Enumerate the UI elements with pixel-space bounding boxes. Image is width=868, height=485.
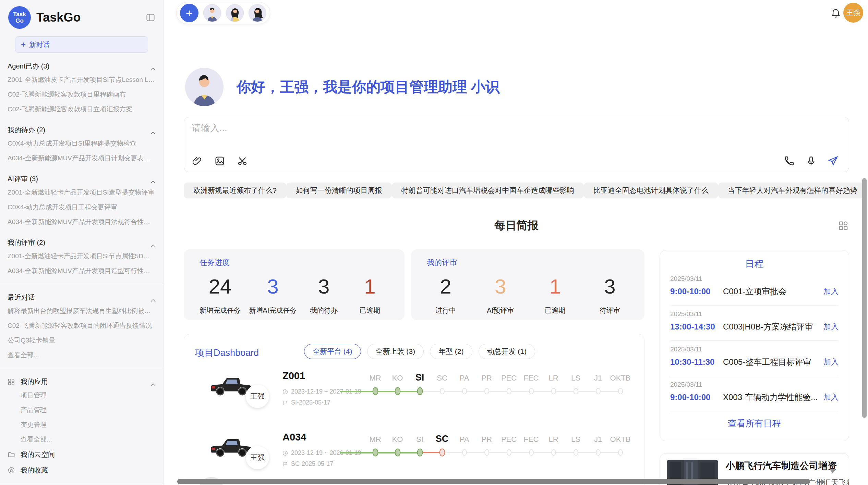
sidebar-section-header[interactable]: 我的评审 (2) [8,238,156,247]
milestone-label: LR [548,435,558,444]
stat-value: 3 [305,275,343,298]
sidebar-section-header[interactable]: AI评审 (3) [8,174,156,184]
suggestion-chip[interactable]: 比亚迪全固态电池计划具体说了什么 [584,183,718,198]
suggestion-chip[interactable]: 当下年轻人对汽车外观有怎样的喜好趋势 [718,183,867,198]
event-join-link[interactable]: 加入 [823,286,839,297]
horizontal-scrollbar[interactable] [177,479,810,484]
sidebar-item-change-mgmt[interactable]: 变更管理 [8,417,156,432]
stat: 3AI预评审 [482,275,519,315]
stat-label: 我的待办 [305,306,343,315]
milestone-dot [507,449,511,456]
sidebar-item[interactable]: A034-全新新能源MUV产品开发项目法规符合性评审 [8,214,156,229]
chevron-up-icon[interactable] [150,296,156,299]
add-agent-button[interactable]: + [180,4,198,22]
milestone-label: MR [369,435,381,444]
sidebar-section-header[interactable]: Agent已办 (3) [8,62,156,71]
sidebar-item[interactable]: C0X4-动力总成开发项目SI里程碑提交物检查 [8,136,156,151]
sidebar-item[interactable]: C02-飞腾新能源轻客改款项目里程碑画布 [8,87,156,102]
sidebar-item[interactable]: A034-全新新能源MUV产品开发项目造型可行性评审 [8,263,156,278]
sidebar-item-my-apps[interactable]: 我的应用 [8,377,156,386]
dashboard-tab[interactable]: 动总开发 (1) [479,344,535,359]
scissors-icon[interactable] [237,156,248,166]
chevron-up-icon[interactable] [150,128,156,132]
chevron-up-icon[interactable] [150,177,156,181]
milestone-label: OKTB [610,435,631,444]
notification-bell-icon[interactable] [830,8,842,20]
milestone-dot [417,387,423,395]
sidebar-item[interactable]: C02-飞腾新能源轻客改款项目的闭环通告反馈情况 [8,318,156,333]
suggestion-chips: 欧洲新规最近颁布了什么?如何写一份清晰的项目周报特朗普可能对进口汽车增税会对中国… [184,183,849,198]
greeting-block: 你好，王强，我是你的项目管理助理 小识 [185,68,500,106]
stat-value: 3 [249,275,297,298]
sidebar-item-cloud-space[interactable]: 我的云空间 [8,447,156,462]
milestone-label: KO [392,435,403,444]
new-chat-label: 新对话 [29,40,50,49]
chevron-up-icon[interactable] [150,380,156,383]
sidebar-item[interactable]: C02-飞腾新能源轻客改款项目立项汇报方案 [8,102,156,116]
sidebar-item-view-all-apps[interactable]: 查看全部... [8,432,156,447]
sidebar-item[interactable]: Z001-全新燃油轻卡产品开发项目SI节点属性5D文件评审 [8,249,156,263]
folder-icon [8,451,15,458]
event-time: 9:00-10:00 [670,287,723,296]
sidebar-item[interactable]: Z001-全新燃油轻卡产品开发项目SI造型提交物评审 [8,185,156,200]
new-chat-button[interactable]: + 新对话 [15,36,148,53]
event-join-link[interactable]: 加入 [823,392,839,402]
project-milestone-flag: SI-2025-05-17 [282,399,330,406]
vertical-scrollbar[interactable] [862,178,867,418]
microphone-icon[interactable] [806,156,817,166]
project-code[interactable]: Z001 [282,370,305,382]
sidebar-toggle-icon[interactable] [145,12,156,23]
sidebar-item[interactable]: C0X4-动力总成开发项目工程变更评审 [8,200,156,214]
milestone-label: PEC [501,374,517,383]
chat-input[interactable] [192,122,774,146]
stat-value: 1 [536,275,574,298]
sidebar-item[interactable]: 查看全部... [8,348,156,362]
milestone-dot [551,388,556,395]
phone-icon[interactable] [784,156,795,166]
sidebar-item[interactable]: Z001-全新燃油皮卡产品开发项目SI节点Lesson Learn报告 [8,72,156,87]
milestone-dot [462,388,467,395]
user-avatar[interactable]: 王强 [843,3,863,23]
sidebar-item[interactable]: A034-全新新能源MUV产品开发项目计划变更表编写 [8,151,156,165]
agent-avatar-2[interactable] [226,4,244,22]
milestone-label: FEC [524,374,539,383]
sidebar-section-title: 我的评审 (2) [8,238,45,247]
dashboard-tab[interactable]: 全新上装 (3) [367,344,424,359]
agent-avatar-1[interactable] [203,4,221,22]
sidebar-item[interactable]: 公司Q3轻卡销量 [8,333,156,348]
event-date: 2025/03/11 [670,381,839,388]
scroll-down-arrow-icon[interactable] [830,469,836,473]
chevron-up-icon[interactable] [150,241,156,244]
star-circle-icon [8,467,15,474]
stat-value: 3 [482,275,519,298]
sidebar-item[interactable]: 解释最新出台的欧盟报废车法规再生塑料比例被调至15%... [8,303,156,318]
stat-card-tasks: 任务进度 24新增完成任务3新增AI完成任务3我的待办1已逾期 [184,249,405,320]
image-icon[interactable] [214,156,225,166]
event-time: 13:00-14:30 [670,322,723,332]
event-join-link[interactable]: 加入 [823,357,839,367]
sidebar-item-product-mgmt[interactable]: 产品管理 [8,402,156,417]
project-code[interactable]: A034 [282,432,306,443]
milestone-dot [574,388,578,395]
sidebar-item-favorites[interactable]: 我的收藏 [8,462,156,478]
sidebar-item-project-mgmt[interactable]: 项目管理 [8,388,156,402]
sidebar-section-header[interactable]: 我的待办 (2) [8,125,156,135]
milestone-label: OKTB [610,374,631,383]
send-icon[interactable] [828,156,839,166]
agent-avatar-3[interactable] [249,4,266,22]
view-all-schedule-link[interactable]: 查看所有日程 [670,418,839,430]
suggestion-chip[interactable]: 如何写一份清晰的项目周报 [286,183,392,198]
suggestion-chip[interactable]: 欧洲新规最近颁布了什么? [184,183,286,198]
sidebar-section-title: 我的待办 (2) [8,125,45,135]
dashboard-tab[interactable]: 全新平台 (4) [304,344,361,359]
sidebar-section-header[interactable]: 最近对话 [8,293,156,302]
attach-icon[interactable] [192,156,203,166]
topbar-agents: + [176,2,270,24]
chevron-up-icon[interactable] [150,65,156,68]
suggestion-chip[interactable]: 特朗普可能对进口汽车增税会对中国车企造成哪些影响 [392,183,584,198]
scroll-right-arrow-icon[interactable] [821,479,825,485]
event-join-link[interactable]: 加入 [823,322,839,332]
briefing-layout-icon[interactable] [838,221,848,231]
milestone-dot [529,388,534,395]
dashboard-tab[interactable]: 年型 (2) [430,344,472,359]
